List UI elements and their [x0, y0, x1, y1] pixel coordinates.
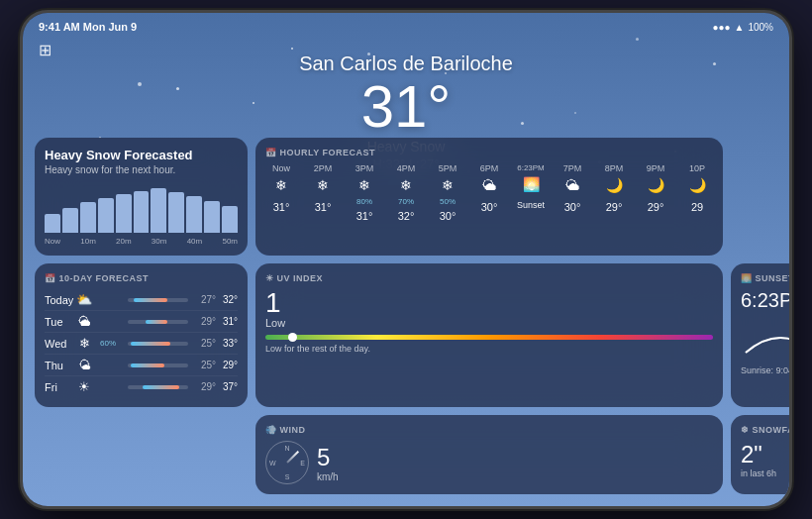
- sidebar-toggle-button[interactable]: ⊞: [39, 41, 51, 59]
- hourly-time-7pm: 7PM: [563, 163, 582, 173]
- forecast-bar-thu: [128, 363, 188, 367]
- forecast-lo-thu: 25°: [194, 360, 216, 370]
- forecast-hi-wed: 33°: [216, 338, 238, 349]
- forecast-day-thu: Thu: [45, 360, 74, 371]
- snowfall-widget: ❄ SNOWFALL 2" in last 6h: [731, 415, 789, 494]
- compass-dial: N S E W: [265, 441, 309, 484]
- snow-label-10m: 10m: [80, 237, 96, 246]
- sunrise-time: Sunrise: 9:04AM: [741, 365, 789, 375]
- compass-arrow: [286, 451, 299, 464]
- hourly-time-8pm: 8PM: [605, 163, 624, 173]
- hourly-item-10p: 10P 🌙 29: [681, 163, 713, 222]
- snow-label-50m: 50m: [222, 237, 238, 246]
- forecast-icon-fri: ☀: [74, 379, 94, 394]
- snow-forecast-title: Heavy Snow Forecasted: [45, 148, 238, 162]
- hourly-temp-4pm: 32°: [398, 210, 415, 222]
- hourly-temp-sunset: Sunset: [517, 200, 545, 210]
- snow-label-40m: 40m: [187, 237, 203, 246]
- hourly-temp-6pm: 30°: [481, 201, 498, 213]
- hourly-item-2pm: 2PM ❄ 31°: [307, 163, 339, 222]
- hourly-time-9pm: 9PM: [647, 163, 665, 173]
- hourly-time-now: Now: [272, 163, 290, 173]
- snowfall-icon: ❄: [741, 425, 750, 435]
- uv-description: Low for the rest of the day.: [265, 344, 713, 354]
- hourly-temp-now: 31°: [273, 201, 290, 213]
- wind-widget: 💨 WIND N S E W 5 km/h: [255, 415, 723, 494]
- forecast-row-today: Today ⛅ 27° 32°: [45, 289, 238, 311]
- uv-bar: [265, 335, 713, 340]
- current-temperature: 31°: [23, 77, 789, 137]
- forecast-calendar-icon: 📅: [45, 273, 56, 283]
- forecast-day-tue: Tue: [45, 316, 74, 328]
- forecast-icon-wed: ❄: [74, 336, 94, 351]
- snow-bar-8: [168, 192, 184, 233]
- snowfall-description: in last 6h: [741, 468, 789, 478]
- snow-bar-9: [186, 196, 202, 234]
- wind-speed-value: 5: [317, 444, 339, 471]
- sunset-arc-chart: [741, 318, 789, 358]
- screen: 9:41 AM Mon Jun 9 ●●● ▲ 100% ⊞ San Carlo…: [23, 13, 789, 506]
- hourly-precip-4pm: 70%: [398, 197, 414, 206]
- hourly-icon-now: ❄: [275, 177, 287, 193]
- device-frame: 9:41 AM Mon Jun 9 ●●● ▲ 100% ⊞ San Carlo…: [20, 10, 792, 509]
- status-time: 9:41 AM Mon Jun 9: [39, 21, 137, 33]
- forecast-hi-today: 32°: [216, 294, 238, 305]
- hourly-temp-3pm: 31°: [356, 210, 373, 222]
- hourly-icon-6pm: 🌥: [482, 177, 496, 193]
- uv-category: Low: [265, 317, 713, 329]
- hourly-temp-2pm: 31°: [315, 201, 332, 213]
- forecast-hi-thu: 29°: [216, 360, 238, 370]
- snow-bars-chart: [45, 183, 238, 233]
- wifi-icon: ▲: [735, 22, 745, 33]
- compass-east: E: [300, 460, 305, 467]
- snow-bar-6: [134, 191, 150, 234]
- snow-label-30m: 30m: [152, 237, 167, 246]
- hourly-time-3pm: 3PM: [355, 163, 374, 173]
- forecast-row-fri: Fri ☀ 29° 37°: [45, 376, 238, 397]
- hourly-time-5pm: 5PM: [439, 163, 457, 173]
- hourly-temp-7pm: 30°: [564, 201, 581, 213]
- snowfall-label: ❄ SNOWFALL: [741, 425, 789, 435]
- hourly-temp-5pm: 30°: [440, 210, 457, 222]
- hourly-time-2pm: 2PM: [314, 163, 333, 173]
- snow-forecast-widget: Heavy Snow Forecasted Heavy snow for the…: [35, 138, 248, 256]
- wind-icon: 💨: [265, 425, 277, 435]
- hourly-scroll: Now ❄ 31° 2PM ❄ 31° 3PM ❄ 80%: [265, 163, 713, 222]
- hourly-temp-10p: 29: [691, 201, 703, 213]
- uv-indicator: [288, 333, 297, 342]
- compass-south: S: [285, 473, 290, 480]
- status-bar: 9:41 AM Mon Jun 9 ●●● ▲ 100%: [39, 21, 773, 33]
- forecast-row-tue: Tue 🌥 29° 31°: [45, 311, 238, 333]
- forecast-day-wed: Wed: [45, 338, 74, 350]
- hourly-item-4pm: 4PM ❄ 70% 32°: [390, 163, 422, 222]
- forecast-icon-thu: 🌤: [74, 358, 94, 372]
- snow-bar-11: [222, 206, 238, 234]
- snow-bar-4: [98, 198, 114, 233]
- hourly-time-sunset: 6:23PM: [517, 163, 545, 172]
- forecast-lo-fri: 29°: [194, 381, 216, 392]
- forecast-precip-wed: 60%: [94, 339, 122, 348]
- wind-label: 💨 WIND: [265, 425, 713, 435]
- snow-bar-10: [204, 201, 220, 234]
- hourly-icon-9pm: 🌙: [648, 177, 664, 193]
- hourly-icon-3pm: ❄: [358, 177, 370, 193]
- hourly-item-sunset: 6:23PM 🌅 Sunset: [515, 163, 547, 222]
- hourly-icon-4pm: ❄: [400, 177, 412, 193]
- forecast-lo-wed: 25°: [194, 338, 216, 349]
- wind-unit: km/h: [317, 471, 339, 482]
- snow-bar-3: [80, 202, 96, 233]
- hourly-item-9pm: 9PM 🌙 29°: [640, 163, 671, 222]
- hourly-forecast-label: 📅 HOURLY FORECAST: [265, 148, 713, 157]
- hourly-time-6pm: 6PM: [480, 163, 499, 173]
- hourly-temp-8pm: 29°: [606, 201, 623, 213]
- hourly-item-now: Now ❄ 31°: [265, 163, 297, 222]
- hourly-item-3pm: 3PM ❄ 80% 31°: [349, 163, 380, 222]
- status-icons: ●●● ▲ 100%: [712, 22, 773, 33]
- forecast-lo-today: 27°: [194, 294, 216, 305]
- hourly-icon-sunset: 🌅: [523, 176, 540, 192]
- uv-value: 1: [265, 289, 713, 317]
- hourly-forecast-widget: 📅 HOURLY FORECAST Now ❄ 31° 2PM ❄ 31°: [255, 138, 723, 256]
- hourly-icon-5pm: ❄: [442, 177, 454, 193]
- uv-index-widget: ☀ UV INDEX 1 Low Low for the rest of the…: [255, 263, 723, 407]
- forecast-bar-tue: [128, 320, 188, 324]
